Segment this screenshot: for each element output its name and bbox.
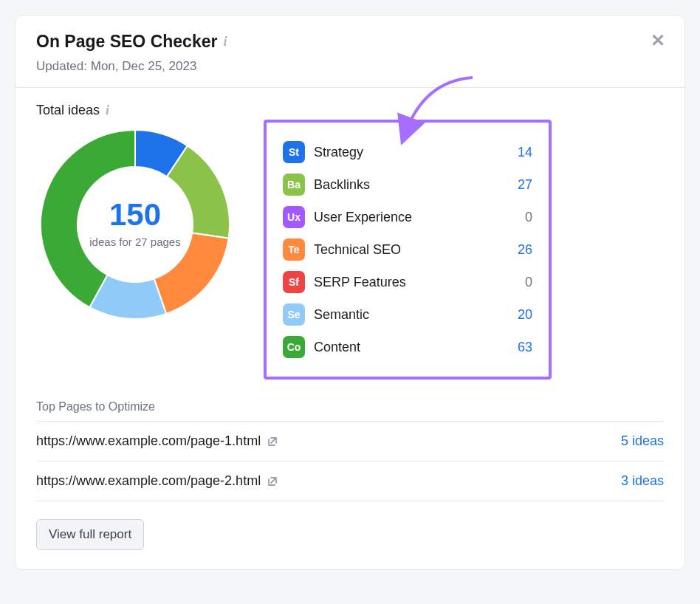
pages-list: https://www.example.com/page-1.html5 ide… [36, 422, 664, 501]
top-pages-title: Top Pages to Optimize [36, 400, 664, 422]
info-icon[interactable]: i [223, 34, 227, 49]
donut-center: 150 ideas for 27 pages [89, 199, 180, 250]
legend-item[interactable]: TeTechnical SEO26 [283, 233, 532, 266]
legend-label: User Experience [314, 210, 516, 225]
updated-text: Updated: Mon, Dec 25, 2023 [36, 59, 664, 74]
legend-value: 0 [525, 210, 532, 225]
legend-value: 63 [518, 340, 532, 355]
donut-sub: ideas for 27 pages [89, 235, 180, 250]
page-row: https://www.example.com/page-1.html5 ide… [36, 422, 664, 461]
page-url-text: https://www.example.com/page-1.html [36, 433, 261, 449]
category-badge: Co [283, 336, 305, 358]
page-ideas-link[interactable]: 5 ideas [621, 433, 664, 449]
title-row: On Page SEO Checker i [36, 32, 664, 52]
close-button[interactable]: ✕ [651, 32, 665, 49]
category-badge: Ba [283, 174, 305, 196]
legend-value: 26 [518, 242, 532, 258]
legend-label: SERP Features [314, 275, 516, 290]
donut-number: 150 [89, 199, 180, 230]
seo-checker-card: On Page SEO Checker i Updated: Mon, Dec … [15, 15, 685, 570]
legend-item[interactable]: UxUser Experience0 [283, 201, 532, 233]
page-row: https://www.example.com/page-2.html3 ide… [36, 461, 664, 501]
page-url[interactable]: https://www.example.com/page-1.html [36, 433, 278, 449]
category-badge: Sf [283, 271, 305, 293]
page-title: On Page SEO Checker [36, 32, 217, 52]
category-badge: Se [283, 303, 305, 326]
legend-item[interactable]: SeSemantic20 [283, 298, 532, 331]
info-icon[interactable]: i [106, 103, 109, 118]
card-header: On Page SEO Checker i Updated: Mon, Dec … [16, 16, 684, 88]
legend-label: Content [314, 340, 509, 355]
legend-value: 0 [525, 275, 532, 290]
legend-item[interactable]: CoContent63 [283, 331, 532, 363]
category-badge: St [283, 141, 305, 163]
donut-chart: 150 ideas for 27 pages [36, 126, 234, 323]
legend-label: Technical SEO [314, 242, 509, 258]
legend-wrapper: StStrategy14BaBacklinks27UxUser Experien… [264, 126, 552, 380]
view-full-report-button[interactable]: View full report [36, 519, 144, 550]
legend-value: 14 [518, 145, 532, 160]
page-url-text: https://www.example.com/page-2.html [36, 473, 261, 489]
legend-value: 27 [518, 177, 532, 193]
legend-value: 20 [518, 307, 532, 323]
legend-label: Backlinks [314, 177, 509, 193]
total-ideas-title: Total ideas i [36, 103, 664, 118]
category-badge: Te [283, 238, 305, 261]
legend-label: Semantic [314, 307, 509, 323]
chart-row: 150 ideas for 27 pages StStrategy14BaBac… [36, 126, 664, 380]
card-body: Total ideas i 150 ideas for 27 pages [16, 88, 684, 569]
external-link-icon [267, 436, 278, 447]
category-badge: Ux [283, 206, 305, 228]
external-link-icon [267, 476, 278, 487]
total-ideas-label: Total ideas [36, 103, 100, 118]
arrow-annotation-icon [388, 66, 484, 148]
legend-item[interactable]: SfSERP Features0 [283, 266, 532, 298]
legend-box: StStrategy14BaBacklinks27UxUser Experien… [264, 120, 552, 380]
page-ideas-link[interactable]: 3 ideas [621, 473, 664, 489]
legend-item[interactable]: BaBacklinks27 [283, 168, 532, 201]
page-url[interactable]: https://www.example.com/page-2.html [36, 473, 278, 489]
